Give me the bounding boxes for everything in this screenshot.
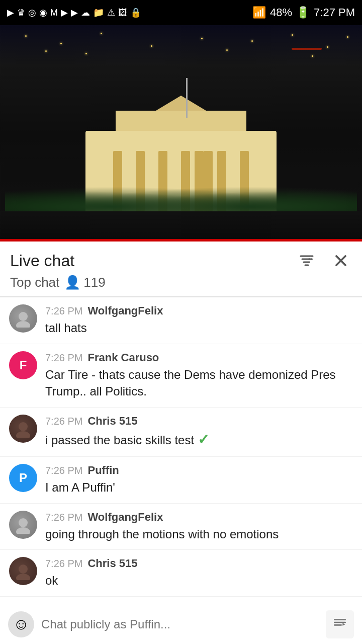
- topchat-label[interactable]: Top chat: [10, 275, 59, 290]
- message-time: 7:26 PM: [45, 352, 82, 364]
- pokeball-icon-1: ◎: [28, 7, 36, 18]
- light-dot: [85, 53, 87, 54]
- message-meta: 7:26 PM WolfgangFelix: [45, 304, 353, 317]
- livechat-header: Live chat Top chat 👤: [0, 242, 362, 297]
- message-author: Chris 515: [87, 557, 137, 570]
- message-meta: 7:26 PM Frank Caruso: [45, 351, 353, 364]
- youtube-icon-3: ▶: [71, 7, 78, 18]
- chat-message: 7:26 PM Chris 515 i passed the basic ski…: [0, 408, 362, 457]
- message-time: 7:26 PM: [45, 465, 82, 476]
- chat-message: F 7:26 PM Frank Caruso Car Tire - thats …: [0, 344, 362, 408]
- message-time: 7:26 PM: [45, 558, 82, 570]
- svg-point-8: [19, 422, 28, 431]
- chat-list: 7:26 PM WolfgangFelix tall hats F 7:26 P…: [0, 297, 362, 644]
- message-body: 7:26 PM WolfgangFelix going through the …: [45, 511, 353, 543]
- avatar: [9, 304, 37, 333]
- livechat-title: Live chat: [10, 252, 74, 270]
- status-bar: ▶ ♛ ◎ ◉ M ▶ ▶ ☁ 📁 ⚠ 🖼 🔒 📶 48% 🔋 7:27 PM: [0, 0, 362, 25]
- message-body: 7:26 PM WolfgangFelix tall hats: [45, 304, 353, 337]
- message-author: WolfgangFelix: [87, 304, 163, 317]
- svg-rect-18: [334, 624, 342, 626]
- red-bar: [0, 239, 362, 242]
- svg-point-6: [19, 312, 28, 321]
- svg-rect-4: [310, 257, 311, 265]
- avatar: [9, 415, 37, 443]
- message-body: 7:26 PM Chris 515 ok: [45, 557, 353, 589]
- light-dot: [251, 40, 253, 42]
- chat-message: 7:26 PM WolfgangFelix going through the …: [0, 504, 362, 550]
- video-player[interactable]: [0, 25, 362, 242]
- message-body: 7:26 PM Puffin I am A Puffin': [45, 464, 353, 496]
- light-dot: [151, 45, 152, 47]
- lock-icon: 🔒: [130, 7, 141, 18]
- video-thumbnail: [0, 25, 362, 242]
- svg-point-7: [16, 321, 30, 328]
- checkmark-icon: ✓: [198, 432, 209, 447]
- message-text: Car Tire - thats cause the Dems have dem…: [45, 366, 353, 400]
- message-meta: 7:26 PM Puffin: [45, 464, 353, 477]
- youtube-icon: ▶: [7, 7, 14, 18]
- building-roof: [156, 96, 206, 111]
- svg-point-12: [19, 565, 28, 574]
- light-dot: [292, 34, 293, 36]
- light-dot: [25, 35, 27, 37]
- chat-message: 7:26 PM WolfgangFelix tall hats: [0, 297, 362, 344]
- livechat-icons: [296, 250, 352, 272]
- crown-icon: ♛: [17, 7, 25, 18]
- folder-icon: 📁: [93, 7, 104, 18]
- message-body: 7:26 PM Chris 515 i passed the basic ski…: [45, 415, 353, 449]
- wifi-icon: 📶: [252, 6, 266, 19]
- message-text: ok: [45, 572, 353, 589]
- emoji-icon: ☺: [13, 615, 30, 633]
- close-button[interactable]: [330, 250, 352, 272]
- message-author: Chris 515: [87, 415, 137, 428]
- message-text: tall hats: [45, 319, 353, 337]
- red-light: [292, 48, 322, 50]
- ground: [0, 211, 362, 242]
- battery-icon: 🔋: [296, 6, 310, 19]
- svg-rect-16: [334, 619, 346, 620]
- viewer-number: 119: [83, 275, 105, 290]
- svg-point-13: [16, 574, 30, 580]
- send-button[interactable]: [326, 610, 354, 638]
- app-icon-m: M: [50, 8, 58, 18]
- message-meta: 7:26 PM Chris 515: [45, 415, 353, 428]
- svg-rect-17: [334, 621, 346, 623]
- message-body: 7:26 PM Frank Caruso Car Tire - thats ca…: [45, 351, 353, 400]
- message-author: WolfgangFelix: [87, 511, 163, 524]
- image-icon: 🖼: [118, 8, 127, 18]
- status-icons-left: ▶ ♛ ◎ ◉ M ▶ ▶ ☁ 📁 ⚠ 🖼 🔒: [7, 7, 141, 18]
- flagpole: [186, 78, 188, 118]
- light-dot: [312, 55, 313, 57]
- cloud-icon: ☁: [81, 7, 90, 18]
- viewer-count: 👤 119: [64, 275, 105, 290]
- avatar: [9, 511, 37, 539]
- message-text: i passed the basic skills test ✓: [45, 430, 353, 449]
- topchat-row: Top chat 👤 119: [10, 275, 352, 290]
- message-text: I am A Puffin': [45, 479, 353, 496]
- pokeball-icon-2: ◉: [39, 7, 47, 18]
- svg-point-10: [19, 518, 28, 527]
- chat-input-bar: ☺: [0, 604, 362, 644]
- light-dot: [201, 38, 203, 39]
- trees: [5, 179, 357, 214]
- building-top: [116, 111, 246, 131]
- filter-button[interactable]: [296, 250, 318, 272]
- svg-rect-3: [305, 265, 309, 266]
- svg-rect-2: [303, 262, 311, 263]
- message-text: going through the motions with no emotio…: [45, 526, 353, 543]
- alert-icon: ⚠: [107, 7, 115, 18]
- chat-message: 7:26 PM Chris 515 ok: [0, 550, 362, 597]
- light-dot: [45, 50, 47, 52]
- svg-point-11: [16, 527, 30, 534]
- message-time: 7:26 PM: [45, 512, 82, 523]
- chat-input[interactable]: [41, 617, 319, 631]
- clock: 7:27 PM: [314, 6, 355, 19]
- avatar: P: [9, 464, 37, 492]
- emoji-button[interactable]: ☺: [8, 611, 34, 637]
- svg-point-9: [16, 431, 30, 438]
- status-right: 📶 48% 🔋 7:27 PM: [252, 6, 355, 19]
- message-time: 7:26 PM: [45, 416, 82, 427]
- light-dot: [101, 33, 102, 34]
- message-author: Frank Caruso: [87, 351, 159, 364]
